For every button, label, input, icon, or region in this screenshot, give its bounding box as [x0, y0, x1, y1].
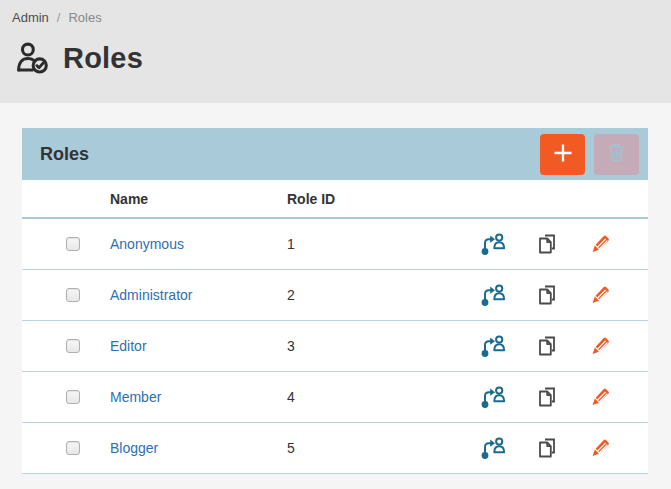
copy-icon[interactable]: [535, 231, 560, 256]
page-title: Roles: [63, 42, 143, 75]
row-checkbox[interactable]: [66, 237, 80, 251]
row-checkbox[interactable]: [66, 288, 80, 302]
edit-pencil-icon[interactable]: [589, 282, 613, 307]
assign-users-icon[interactable]: [480, 282, 506, 307]
edit-pencil-icon[interactable]: [589, 384, 613, 409]
copy-icon[interactable]: [535, 384, 560, 409]
assign-users-icon[interactable]: [480, 333, 506, 358]
trash-icon: [604, 140, 629, 168]
edit-pencil-icon[interactable]: [589, 231, 613, 256]
table-row: Anonymous 1: [22, 218, 648, 269]
role-name-link[interactable]: Editor: [110, 338, 147, 354]
assign-users-icon[interactable]: [480, 231, 506, 256]
column-header-role-id: Role ID: [287, 180, 462, 218]
breadcrumb-separator: /: [57, 10, 61, 25]
role-id-value: 1: [287, 218, 462, 269]
roles-panel: Roles Name Role ID: [22, 128, 648, 474]
breadcrumb-item-roles: Roles: [68, 10, 101, 25]
column-header-name: Name: [110, 180, 287, 218]
table-row: Blogger 5: [22, 422, 648, 473]
copy-icon[interactable]: [535, 435, 560, 460]
breadcrumb: Admin / Roles: [12, 10, 659, 25]
panel-title: Roles: [40, 144, 540, 165]
role-id-value: 5: [287, 422, 462, 473]
role-name-link[interactable]: Blogger: [110, 440, 158, 456]
column-header-actions: [462, 180, 648, 218]
role-id-value: 2: [287, 269, 462, 320]
table-row: Editor 3: [22, 320, 648, 371]
role-id-value: 4: [287, 371, 462, 422]
role-id-value: 3: [287, 320, 462, 371]
copy-icon[interactable]: [535, 333, 560, 358]
add-role-button[interactable]: [540, 134, 585, 175]
column-header-checkbox: [22, 180, 110, 218]
copy-icon[interactable]: [535, 282, 560, 307]
table-row: Administrator 2: [22, 269, 648, 320]
role-name-link[interactable]: Administrator: [110, 287, 192, 303]
page-header: Admin / Roles Roles: [0, 0, 671, 103]
row-checkbox[interactable]: [66, 441, 80, 455]
table-header-row: Name Role ID: [22, 180, 648, 218]
delete-roles-button[interactable]: [594, 134, 639, 175]
table-row: Member 4: [22, 371, 648, 422]
edit-pencil-icon[interactable]: [589, 435, 613, 460]
breadcrumb-item-admin[interactable]: Admin: [12, 10, 49, 25]
role-name-link[interactable]: Member: [110, 389, 161, 405]
row-checkbox[interactable]: [66, 339, 80, 353]
roles-table: Name Role ID Anonymous 1 Administrator 2: [22, 180, 648, 474]
edit-pencil-icon[interactable]: [589, 333, 613, 358]
plus-icon: [550, 140, 576, 169]
assign-users-icon[interactable]: [480, 435, 506, 460]
panel-header: Roles: [22, 128, 648, 180]
role-name-link[interactable]: Anonymous: [110, 236, 184, 252]
row-checkbox[interactable]: [66, 390, 80, 404]
assign-users-icon[interactable]: [480, 384, 506, 409]
user-check-icon: [14, 39, 52, 77]
